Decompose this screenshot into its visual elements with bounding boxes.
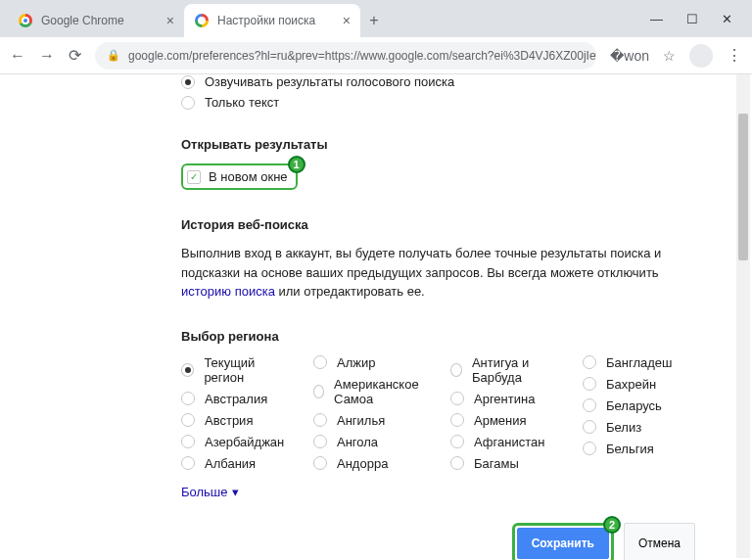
region-option[interactable]: Алжир bbox=[313, 355, 431, 370]
close-icon[interactable]: × bbox=[343, 13, 351, 28]
window-controls: — ☐ ✕ bbox=[631, 12, 752, 26]
radio-icon bbox=[181, 392, 195, 405]
region-option[interactable]: Армения bbox=[450, 413, 563, 428]
tab-title: Google Chrome bbox=[41, 14, 124, 27]
radio-icon bbox=[450, 413, 464, 427]
radio-icon bbox=[583, 420, 596, 434]
reload-button[interactable]: ⟳ bbox=[69, 46, 81, 65]
radio-icon bbox=[181, 413, 195, 427]
radio-icon bbox=[181, 456, 195, 470]
radio-icon bbox=[450, 363, 462, 377]
maximize-button[interactable]: ☐ bbox=[686, 12, 698, 26]
region-option[interactable]: Австралия bbox=[181, 392, 294, 406]
radio-icon bbox=[313, 435, 327, 448]
region-option[interactable]: Ангилья bbox=[313, 413, 431, 428]
region-option[interactable]: Американское Самоа bbox=[313, 377, 431, 406]
region-grid: Текущий регион Австралия Австрия Азербай… bbox=[181, 355, 695, 471]
url-text: google.com/preferences?hl=ru&prev=https:… bbox=[128, 49, 596, 63]
tab-settings[interactable]: Настройки поиска × bbox=[184, 4, 360, 37]
region-option[interactable]: Бельгия bbox=[583, 442, 695, 456]
region-option[interactable]: Аргентина bbox=[450, 392, 563, 406]
radio-icon bbox=[583, 398, 596, 412]
cancel-button[interactable]: Отмена bbox=[624, 523, 695, 561]
radio-label: Озвучивать результаты голосового поиска bbox=[205, 74, 454, 89]
save-button[interactable]: Сохранить bbox=[517, 528, 609, 559]
checkbox-label: В новом окне bbox=[209, 169, 288, 184]
region-option[interactable]: Беларусь bbox=[583, 398, 695, 413]
section-history: История веб-поиска bbox=[181, 217, 695, 232]
chrome-icon bbox=[18, 13, 33, 28]
region-option[interactable]: Албания bbox=[181, 456, 294, 471]
radio-icon bbox=[583, 442, 596, 455]
radio-icon bbox=[313, 413, 327, 427]
region-option[interactable]: Бангладеш bbox=[583, 355, 695, 370]
region-option[interactable]: Антигуа и Барбуда bbox=[450, 355, 563, 385]
chevron-down-icon: ▾ bbox=[232, 485, 239, 499]
radio-icon bbox=[181, 96, 195, 110]
radio-icon bbox=[313, 385, 324, 398]
address-bar[interactable]: 🔒 google.com/preferences?hl=ru&prev=http… bbox=[95, 42, 596, 70]
radio-icon bbox=[583, 377, 596, 391]
radio-icon bbox=[181, 75, 195, 89]
action-buttons: Сохранить 2 Отмена bbox=[181, 523, 695, 561]
scrollbar[interactable] bbox=[736, 74, 750, 558]
radio-icon bbox=[583, 355, 596, 369]
lock-icon: 🔒 bbox=[107, 49, 120, 62]
window-titlebar: Google Chrome × Настройки поиска × + — ☐… bbox=[0, 0, 752, 37]
page-content: Озвучивать результаты голосового поиска … bbox=[0, 74, 734, 560]
radio-icon bbox=[313, 456, 327, 470]
voice-option-speak[interactable]: Озвучивать результаты голосового поиска bbox=[181, 74, 695, 89]
more-regions-link[interactable]: Больше ▾ bbox=[181, 485, 239, 499]
tab-title: Настройки поиска bbox=[217, 14, 315, 27]
star-icon[interactable]: ☆ bbox=[663, 48, 676, 64]
scroll-thumb[interactable] bbox=[738, 114, 748, 260]
radio-icon bbox=[313, 355, 327, 369]
tab-chrome[interactable]: Google Chrome × bbox=[8, 4, 184, 37]
minimize-button[interactable]: — bbox=[650, 12, 663, 26]
annotation-badge-2: 2 bbox=[603, 516, 621, 534]
menu-button[interactable]: ⋮ bbox=[727, 46, 742, 65]
close-icon[interactable]: × bbox=[166, 13, 174, 28]
region-option[interactable]: Текущий регион bbox=[181, 355, 294, 385]
tab-strip: Google Chrome × Настройки поиска × + bbox=[8, 4, 388, 37]
radio-icon bbox=[450, 392, 464, 405]
google-icon bbox=[194, 13, 210, 28]
region-option[interactable]: Бахрейн bbox=[583, 377, 695, 392]
history-link[interactable]: историю поиска bbox=[181, 284, 275, 299]
voice-option-text[interactable]: Только текст bbox=[181, 95, 695, 110]
annotation-badge-1: 1 bbox=[288, 156, 306, 173]
region-option[interactable]: Белиз bbox=[583, 420, 695, 435]
region-option[interactable]: Ангола bbox=[313, 435, 431, 449]
region-option[interactable]: Андорра bbox=[313, 456, 431, 471]
region-option[interactable]: Азербайджан bbox=[181, 435, 294, 449]
region-option[interactable]: Афганистан bbox=[450, 435, 563, 449]
history-description: Выполнив вход в аккаунт, вы будете получ… bbox=[181, 244, 695, 302]
radio-icon bbox=[450, 435, 464, 448]
section-region: Выбор региона bbox=[181, 329, 695, 344]
profile-avatar[interactable] bbox=[689, 44, 713, 68]
region-option[interactable]: Багамы bbox=[450, 456, 563, 471]
browser-toolbar: ← → ⟳ 🔒 google.com/preferences?hl=ru&pre… bbox=[0, 37, 752, 74]
radio-label: Только текст bbox=[205, 95, 279, 110]
radio-icon bbox=[181, 363, 194, 377]
section-open-results: Открывать результаты bbox=[181, 137, 695, 152]
save-highlight: Сохранить 2 bbox=[512, 523, 614, 561]
region-option[interactable]: Австрия bbox=[181, 413, 294, 428]
open-new-window-checkbox[interactable]: ✓ В новом окне 1 bbox=[181, 163, 298, 190]
forward-button[interactable]: → bbox=[39, 47, 55, 65]
checkbox-icon: ✓ bbox=[187, 170, 201, 184]
back-button[interactable]: ← bbox=[10, 47, 25, 65]
close-button[interactable]: ✕ bbox=[722, 12, 732, 26]
new-tab-button[interactable]: + bbox=[360, 4, 388, 37]
radio-icon bbox=[450, 456, 464, 470]
translate-icon[interactable]: �won bbox=[610, 48, 649, 64]
radio-icon bbox=[181, 435, 195, 448]
